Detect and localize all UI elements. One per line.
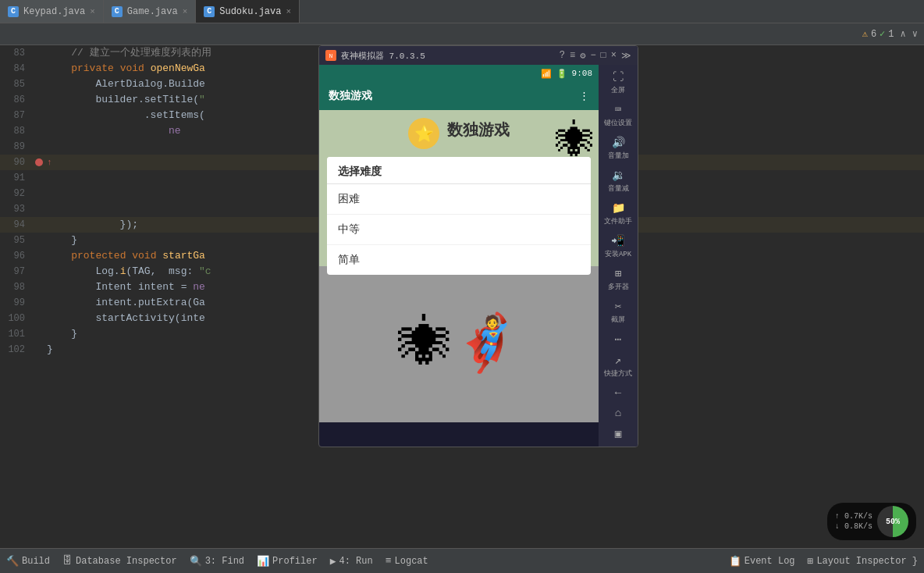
line-number: 99 [0, 295, 31, 311]
difficulty-hard[interactable]: 困难 [327, 184, 591, 215]
emulator-title: 夜神模拟器 7.0.3.5 [341, 50, 425, 62]
tab-sudoku-close[interactable]: × [286, 7, 291, 16]
line-number: 92 [0, 186, 31, 201]
network-percent-circle: 50% [877, 506, 908, 537]
side-install-btn[interactable]: 📲 安装APK [603, 231, 633, 262]
bottom-logcat[interactable]: ≡ Logcat [386, 555, 428, 567]
phone-screen: 📶 🔋 9:08 数独游戏 ⋮ ⭐ 数独游戏 继续 [319, 65, 599, 447]
emulator-menu-icon[interactable]: ≡ [570, 50, 575, 62]
fullscreen-label: 全屏 [611, 85, 625, 95]
warning-icon: ⚠ [862, 28, 868, 40]
emulator-window: N 夜神模拟器 7.0.3.5 ? ≡ ⚙ − □ × ≫ 📶 🔋 9:08 [318, 45, 638, 447]
app-bar: 数独游戏 ⋮ [319, 82, 599, 110]
side-back-btn[interactable]: ← [613, 383, 623, 402]
line-content: Intent intent = ne [47, 279, 205, 295]
side-files-btn[interactable]: 📁 文件助手 [602, 198, 634, 230]
bottom-event-log[interactable]: 📋 Event Log [729, 555, 795, 568]
tab-game[interactable]: C Game.java × [104, 0, 196, 23]
battery-icon: 🔋 [556, 69, 567, 79]
game-title: 数独游戏 [447, 119, 510, 141]
emulator-settings-icon[interactable]: ⚙ [580, 50, 585, 62]
layout-inspector-icon: ⊞ [808, 555, 814, 568]
bottom-database-inspector[interactable]: 🗄 Database Inspector [62, 555, 177, 567]
find-label: 3: Find [205, 556, 244, 567]
line-number: 97 [0, 264, 31, 279]
emulator-close-icon[interactable]: × [611, 50, 617, 62]
line-content: ne [47, 123, 181, 139]
tab-game-icon: C [112, 6, 123, 17]
status-time: 9:08 [572, 69, 592, 78]
nav-up[interactable]: ∧ [901, 28, 906, 40]
side-volume-down-btn[interactable]: 🔉 音量减 [606, 165, 631, 197]
toolbar-right: ⚠ 6 ✓ 1 ∧ ∨ [862, 28, 918, 40]
files-icon: 📁 [612, 201, 625, 215]
run-label: 4: Run [339, 556, 373, 567]
difficulty-medium[interactable]: 中等 [327, 215, 591, 245]
line-number: 86 [0, 92, 31, 108]
line-number: 102 [0, 342, 31, 358]
bottom-profiler[interactable]: 📊 Profiler [257, 555, 318, 568]
install-icon: 📲 [611, 234, 624, 247]
tab-sudoku[interactable]: C Sudoku.java × [196, 0, 300, 23]
line-content: } [47, 326, 77, 342]
logcat-icon: ≡ [386, 555, 392, 567]
line-content: ↑ [47, 155, 52, 170]
line-content: AlertDialog.Builde [47, 77, 205, 92]
emulator-sidebar-toggle[interactable]: ≫ [621, 50, 631, 62]
line-content: // 建立一个处理难度列表的用 [47, 45, 211, 61]
emulator-help-icon[interactable]: ? [560, 50, 565, 62]
side-volume-up-btn[interactable]: 🔊 音量加 [606, 133, 631, 164]
line-number: 88 [0, 123, 31, 139]
line-gutter-breakpoint [31, 158, 47, 166]
tab-keypad-icon: C [8, 6, 19, 17]
database-inspector-label: Database Inspector [76, 556, 177, 567]
wifi-icon: 📶 [541, 69, 552, 79]
event-log-icon: 📋 [729, 555, 741, 568]
side-recents-btn[interactable]: ▣ [613, 424, 623, 443]
emulator-body: 📶 🔋 9:08 数独游戏 ⋮ ⭐ 数独游戏 继续 [319, 65, 638, 447]
line-content [47, 170, 53, 186]
app-menu-icon[interactable]: ⋮ [579, 90, 589, 102]
line-number: 83 [0, 45, 31, 61]
tab-game-close[interactable]: × [183, 7, 188, 16]
side-home-btn[interactable]: ⌂ [613, 404, 623, 422]
side-screenshot-btn[interactable]: ✂ 截屏 [609, 297, 627, 328]
back-icon: ← [615, 386, 621, 399]
tab-keypad[interactable]: C Keypad.java × [0, 0, 104, 23]
side-keyboard-btn[interactable]: ⌨ 键位设置 [602, 100, 634, 131]
emulator-side-panel: ⛶ 全屏 ⌨ 键位设置 🔊 音量加 🔉 音量减 📁 文件助手 [599, 65, 638, 447]
bottom-find[interactable]: 🔍 3: Find [190, 555, 244, 568]
emulator-minimize-icon[interactable]: − [590, 50, 595, 62]
difficulty-easy[interactable]: 简单 [327, 245, 591, 275]
breakpoint-indicator [35, 158, 43, 166]
app-main-content: ⭐ 数独游戏 继续 新游戏 🕷 选择难度 困难 中等 简单 [319, 110, 599, 266]
line-content [47, 186, 53, 201]
home-icon: ⌂ [615, 407, 621, 419]
bottom-build[interactable]: 🔨 Build [6, 555, 50, 568]
side-shortcut-btn[interactable]: ↗ 快捷方式 [602, 351, 634, 382]
line-content: Log.i(TAG, msg: "c [47, 264, 211, 279]
net-download: ↓ 0.8K/s [835, 522, 872, 531]
tab-bar: C Keypad.java × C Game.java × C Sudoku.j… [0, 0, 924, 23]
side-more-btn[interactable]: ⋯ [613, 329, 623, 349]
event-log-label: Event Log [745, 556, 795, 567]
profiler-icon: 📊 [257, 555, 269, 568]
network-stats: ↑ 0.7K/s ↓ 0.8K/s [835, 512, 872, 531]
bottom-layout-inspector[interactable]: ⊞ Layout Inspector } [808, 555, 918, 568]
database-icon: 🗄 [62, 555, 73, 567]
side-multiopen-btn[interactable]: ⊞ 多开器 [606, 264, 631, 295]
volume-up-icon: 🔊 [612, 136, 625, 149]
volume-down-label: 音量减 [608, 183, 629, 194]
emulator-maximize-icon[interactable]: □ [601, 50, 606, 62]
nav-down[interactable]: ∨ [912, 28, 918, 40]
tab-sudoku-icon: C [204, 6, 215, 17]
bottom-run[interactable]: ▶ 4: Run [330, 555, 373, 568]
game-header: ⭐ 数独游戏 [408, 118, 510, 149]
line-content [47, 201, 53, 217]
line-number: 89 [0, 139, 31, 155]
check-icon: ✓ [880, 28, 885, 40]
tab-keypad-close[interactable]: × [90, 7, 95, 16]
more-icon: ⋯ [615, 333, 621, 346]
app-title: 数独游戏 [329, 89, 372, 103]
side-fullscreen-btn[interactable]: ⛶ 全屏 [609, 68, 627, 98]
